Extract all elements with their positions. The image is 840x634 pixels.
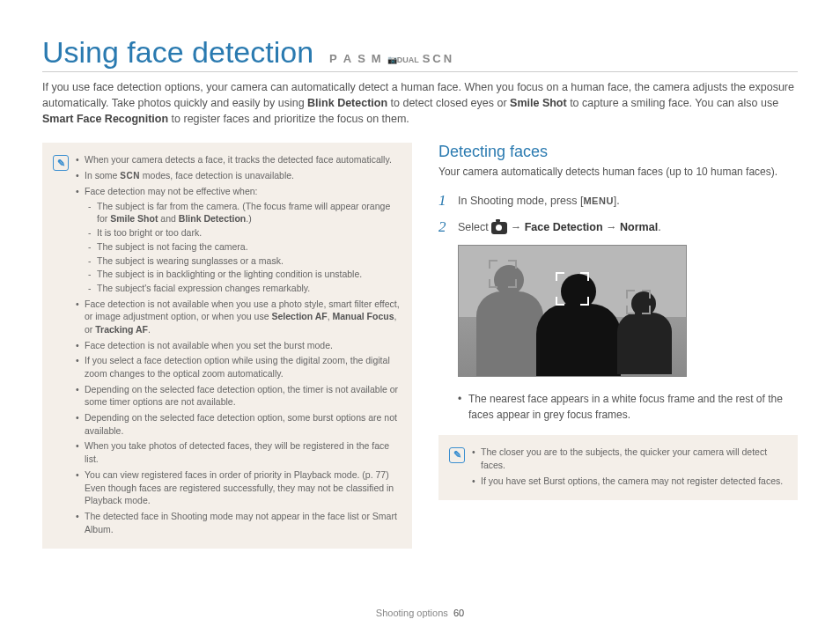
note-subitem: The subject's facial expression changes … [85, 282, 400, 295]
note-subitem: It is too bright or too dark. [85, 226, 400, 240]
note-item: When your camera detects a face, it trac… [76, 153, 400, 166]
left-note-box: ✎ When your camera detects a face, it tr… [42, 143, 412, 549]
mode-dual: 📷DUAL [387, 55, 419, 64]
face-detection-illustration [458, 245, 687, 377]
mode-p: P [329, 52, 340, 65]
note-item: When you take photos of detected faces, … [76, 439, 400, 465]
step-1: 1 In Shooting mode, press [MENU]. [438, 192, 798, 210]
tip-item: The closer you are to the subjects, the … [472, 446, 785, 471]
note-item: You can view registered faces in order o… [76, 468, 400, 507]
note-subitem: The subject is wearing sunglasses or a m… [85, 254, 400, 268]
note-item: In some SCN modes, face detection is una… [76, 169, 400, 182]
step-number: 1 [438, 192, 451, 210]
step-2: 2 Select → Face Detection → Normal. [438, 218, 798, 236]
note-item: Depending on the selected face detection… [76, 383, 400, 409]
mode-a: A [343, 52, 354, 65]
step-number: 2 [438, 218, 451, 236]
note-item: Face detection is not available when you… [76, 339, 400, 352]
title-row: Using face detection P A S M 📷DUAL SCN [42, 35, 798, 72]
focus-frame-grey [490, 262, 515, 286]
mode-icons: P A S M 📷DUAL SCN [329, 52, 454, 65]
note-subitem: The subject is in backlighting or the li… [85, 268, 400, 281]
footer-section: Shooting options [376, 608, 448, 618]
footer-page-number: 60 [453, 608, 464, 618]
mode-scn: SCN [423, 52, 454, 65]
section-heading: Detecting faces [438, 143, 798, 161]
focus-frame-grey [628, 291, 649, 313]
right-note-box: ✎ The closer you are to the subjects, th… [438, 435, 798, 500]
menu-label: MENU [583, 195, 613, 206]
focus-frame-white [557, 274, 587, 304]
section-subtext: Your camera automatically detects human … [438, 165, 798, 180]
note-icon: ✎ [449, 447, 465, 463]
note-item: Face detection is not available when you… [76, 298, 400, 336]
note-subitem: The subject is not facing the camera. [85, 240, 400, 254]
page-title: Using face detection [42, 35, 313, 70]
mode-m: M [372, 52, 384, 65]
note-subitem: The subject is far from the camera. (The… [85, 200, 400, 225]
note-item: The detected face in Shooting mode may n… [76, 510, 400, 535]
camera-icon [491, 222, 507, 234]
note-item: If you select a face detection option wh… [76, 354, 400, 380]
intro-paragraph: If you use face detection options, your … [42, 79, 798, 127]
result-text: The nearest face appears in a white focu… [438, 391, 798, 423]
note-item: Depending on the selected face detection… [76, 411, 400, 437]
page-footer: Shooting options 60 [0, 608, 840, 618]
mode-s: S [357, 52, 368, 65]
tip-item: If you have set Burst options, the camer… [472, 475, 785, 488]
note-item: Face detection may not be effective when… [76, 185, 400, 295]
note-icon: ✎ [53, 155, 69, 171]
